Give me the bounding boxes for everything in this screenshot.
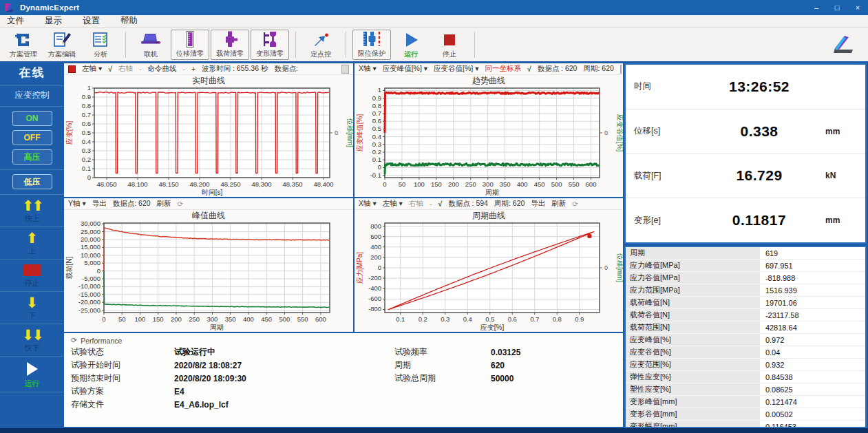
refresh-button[interactable]: 刷新 <box>551 199 566 209</box>
svg-text:400: 400 <box>243 315 254 323</box>
header-scroll-widget[interactable] <box>620 65 622 74</box>
point-control-button[interactable]: 定点控 <box>301 30 340 60</box>
svg-text:0: 0 <box>335 129 338 136</box>
svg-text:周期: 周期 <box>485 189 499 196</box>
displacement-zero-button[interactable]: 位移清零 <box>171 30 209 60</box>
load-zero-button[interactable]: 载荷清零 <box>211 30 249 60</box>
jog-stop-button[interactable]: 停止 <box>0 260 64 292</box>
svg-text:48,100: 48,100 <box>127 180 147 188</box>
y-axis-dropdown[interactable]: Y轴 ▾ <box>68 199 86 209</box>
maximize-button[interactable]: □ <box>827 0 847 15</box>
charts-area: 左轴 ▾ √ 右轴 - 命令曲线 - + 波形时间 : 655.36 秒 数据点… <box>64 61 623 428</box>
connect-button[interactable]: 联机 <box>131 30 170 60</box>
menu-help[interactable]: 帮助 <box>120 15 138 27</box>
svg-text:0.2: 0.2 <box>372 148 381 156</box>
export-button[interactable]: 导出 <box>92 199 107 209</box>
svg-text:600: 600 <box>586 180 597 188</box>
table-row: 周期 619 <box>626 247 865 260</box>
peak-series-dropdown[interactable]: 应变峰值[%] ▾ <box>383 64 427 74</box>
svg-text:800: 800 <box>370 222 381 230</box>
svg-text:400: 400 <box>370 243 381 251</box>
refresh-button[interactable]: 刷新 <box>157 199 171 209</box>
svg-text:0.4: 0.4 <box>82 138 91 145</box>
svg-text:100: 100 <box>414 180 425 188</box>
performance-row: 试验开始时间 2020/8/2 18:08:27 <box>71 359 394 372</box>
svg-text:48,200: 48,200 <box>189 180 209 188</box>
header-scroll-widget[interactable] <box>341 65 349 74</box>
on-button[interactable]: ON <box>12 111 52 126</box>
scheme-manage-button[interactable]: 方案管理 <box>4 30 43 60</box>
close-button[interactable]: × <box>847 0 868 15</box>
svg-text:0.8: 0.8 <box>372 102 381 109</box>
peak-chart-panel: Y轴 ▾ 导出 数据点: 620 刷新 ⟳ 峰值曲线 0501001502002… <box>64 198 353 332</box>
svg-text:-600: -600 <box>368 295 381 302</box>
minimize-button[interactable]: – <box>806 0 827 15</box>
svg-text:550: 550 <box>569 180 580 188</box>
svg-text:-200: -200 <box>368 274 381 282</box>
svg-text:500: 500 <box>279 315 290 323</box>
app-logo-icon <box>4 3 14 12</box>
table-row: 应变谷值[%] 0.04 <box>626 346 865 359</box>
x-axis-dropdown[interactable]: X轴 ▾ <box>359 199 377 209</box>
double-down-arrow-icon: ⬇⬇ <box>22 328 42 342</box>
scheme-edit-button[interactable]: 方案编辑 <box>43 30 81 60</box>
data-points-readout: 数据点 : 620 <box>538 64 578 74</box>
left-axis-checkbox[interactable]: √ <box>108 65 112 73</box>
valley-series-dropdown[interactable]: 应变谷值[%] ▾ <box>434 64 478 74</box>
refresh-icon[interactable]: ⟳ <box>572 200 578 208</box>
svg-text:0.6: 0.6 <box>82 120 91 127</box>
same-coordinate-checkbox[interactable]: √ <box>527 65 531 73</box>
svg-text:0.3: 0.3 <box>372 140 381 148</box>
axis-checkbox[interactable]: √ <box>438 200 442 208</box>
svg-text:350: 350 <box>500 180 511 188</box>
svg-text:0: 0 <box>604 129 608 136</box>
refresh-icon[interactable]: ⟳ <box>178 200 184 208</box>
toolbar: 方案管理 方案编辑 <box>0 28 868 61</box>
menu-display[interactable]: 显示 <box>45 15 62 27</box>
table-row: 应力范围[MPa] 1516.939 <box>626 284 865 297</box>
svg-text:0: 0 <box>378 264 381 271</box>
menu-bar: 文件 显示 设置 帮助 <box>0 15 868 28</box>
menu-settings[interactable]: 设置 <box>83 15 100 27</box>
command-curve-option[interactable]: 命令曲线 <box>147 64 176 74</box>
table-row: 弹性应变[%] 0.84538 <box>626 371 865 383</box>
same-coordinate-option[interactable]: 同一坐标系 <box>485 64 521 74</box>
performance-left-column: 试验状态 试验运行中 试验开始时间 2020/8/2 18:08:27 预期结束… <box>71 346 394 411</box>
svg-text:时间[s]: 时间[s] <box>202 189 223 196</box>
down-button[interactable]: ⬇ 下 <box>0 292 64 324</box>
svg-text:0: 0 <box>87 173 91 181</box>
right-axis-dropdown[interactable]: 右轴 <box>409 199 423 209</box>
table-row: 应变范围[%] 0.932 <box>626 359 865 371</box>
refresh-icon[interactable]: ⟳ <box>71 336 77 345</box>
control-sidebar: 在线 应变控制 ON OFF 高压 低压 ⬆⬆ 快上 ⬆ 上 停止 ⬇ 下 ⬇⬇… <box>0 61 64 428</box>
export-button[interactable]: 导出 <box>531 199 545 209</box>
realtime-chart-plot: 48,05048,10048,15048,20048,25048,30048,3… <box>64 85 353 197</box>
fast-up-button[interactable]: ⬆⬆ 快上 <box>0 195 64 227</box>
analysis-button[interactable]: 分析 <box>81 30 120 60</box>
svg-text:0.7: 0.7 <box>372 109 381 117</box>
table-row: 塑性应变[%] 0.08625 <box>626 383 865 396</box>
sidebar-run-button[interactable]: 运行 <box>0 357 64 392</box>
up-button[interactable]: ⬆ 上 <box>0 227 64 260</box>
high-pressure-button[interactable]: 高压 <box>12 149 52 165</box>
svg-text:-20,000: -20,000 <box>78 298 100 306</box>
ruler-icon <box>182 30 198 48</box>
performance-title: Performance <box>81 337 122 345</box>
x-axis-dropdown[interactable]: X轴 ▾ <box>359 64 377 74</box>
limit-protect-button[interactable]: 限位保护 <box>352 30 391 60</box>
table-row: 载荷谷值[N] -23117.58 <box>626 309 865 321</box>
run-button[interactable]: 运行 <box>392 30 430 60</box>
off-button[interactable]: OFF <box>12 130 52 145</box>
left-axis-dropdown[interactable]: 左轴 ▾ <box>82 64 102 74</box>
deform-zero-button[interactable]: 变形清零 <box>251 30 289 60</box>
right-axis-dropdown[interactable]: 右轴 <box>118 64 133 74</box>
left-axis-dropdown[interactable]: 左轴 ▾ <box>383 199 403 209</box>
menu-file[interactable]: 文件 <box>7 15 24 27</box>
svg-text:200: 200 <box>171 315 182 323</box>
fast-down-button[interactable]: ⬇⬇ 快下 <box>0 324 64 357</box>
stop-button[interactable]: 停止 <box>430 30 469 60</box>
svg-text:0.5: 0.5 <box>485 315 494 323</box>
svg-text:48,400: 48,400 <box>313 180 333 188</box>
low-pressure-button[interactable]: 低压 <box>12 174 52 189</box>
cycle-chart-plot: 0.10.20.30.40.50.60.70.80.9-800-600-400-… <box>354 220 623 332</box>
